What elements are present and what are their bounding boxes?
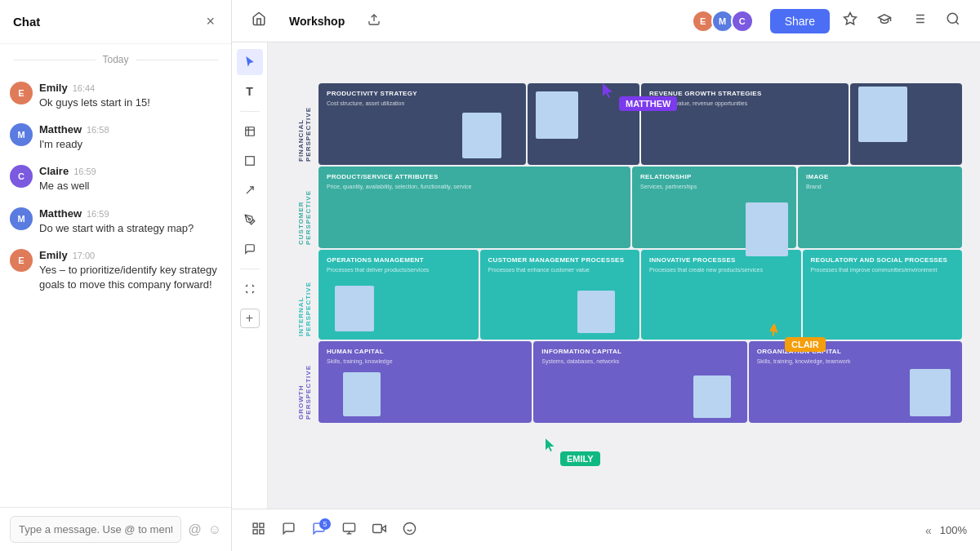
emoji-icon[interactable]: ☺ <box>208 522 221 537</box>
rect-tool[interactable] <box>237 148 263 174</box>
avatar: M <box>10 207 33 230</box>
customer-label: CUSTOMER PERSPECTIVE <box>292 167 317 248</box>
customer-management-cell[interactable]: CUSTOMER MANAGEMENT PROCESSES Processes … <box>480 250 640 340</box>
information-capital-cell[interactable]: INFORMATION CAPITAL Systems, databases, … <box>533 341 746 423</box>
arrow-tool[interactable] <box>237 177 263 203</box>
sticky-note[interactable] <box>693 375 731 418</box>
cell-title: REGULATORY AND SOCIAL PROCESSES <box>811 256 955 264</box>
chat-input[interactable] <box>10 516 181 543</box>
avatar: M <box>10 123 33 146</box>
comment-button[interactable] <box>275 517 302 544</box>
internal-row: INTERNAL PERSPECTIVE OPERATIONS MANAGEME… <box>292 250 962 340</box>
comment-tool[interactable] <box>237 236 263 262</box>
message-text: Me as well <box>39 179 221 193</box>
text-tool[interactable]: T <box>237 78 263 104</box>
avatar: E <box>10 82 33 104</box>
share-button[interactable]: Share <box>770 9 830 33</box>
toolbar-divider-2 <box>240 269 260 269</box>
cell-subtitle: Brand <box>806 183 954 190</box>
svg-point-25 <box>403 522 415 534</box>
share-screen-button[interactable] <box>336 517 363 544</box>
workshop-tab[interactable]: Workshop <box>279 10 354 33</box>
search-button[interactable] <box>939 7 967 35</box>
pen-tool[interactable] <box>237 207 263 233</box>
emily-cursor-label: EMILY <box>560 451 600 466</box>
chat-input-area: @ ☺ <box>0 507 231 551</box>
svg-rect-10 <box>245 127 254 136</box>
innovative-processes-cell[interactable]: INNOVATIVE PROCESSES Processes that crea… <box>641 250 801 340</box>
sticky-note[interactable] <box>910 369 951 416</box>
mention-icon[interactable]: @ <box>188 522 201 537</box>
sender-name: Emily <box>39 249 68 261</box>
organization-capital-cell[interactable]: ORGANIZATION CAPITAL Skills, training, k… <box>749 341 962 423</box>
relationship-cell[interactable]: RELATIONSHIP Services, partnerships <box>632 167 796 248</box>
message-time: 17:00 <box>73 251 96 260</box>
sticky-note[interactable] <box>343 372 381 416</box>
avatar: E <box>10 249 33 272</box>
cell-title: INFORMATION CAPITAL <box>541 348 738 355</box>
message-text: Ok guys lets start in 15! <box>39 96 221 110</box>
sticky-note[interactable] <box>746 202 788 256</box>
cell-title: INNOVATIVE PROCESSES <box>649 256 793 264</box>
chat-badge: 5 <box>319 518 331 530</box>
collapse-button[interactable]: « <box>920 521 937 540</box>
chat-message: M Matthew 16:59 Do we start with a strat… <box>0 201 231 242</box>
left-toolbar: T + <box>232 42 268 509</box>
cell-title: REVENUE GROWTH STRATEGIES <box>649 90 840 97</box>
cell-title: ORGANIZATION CAPITAL <box>757 348 954 355</box>
select-tool[interactable] <box>237 49 263 75</box>
video-button[interactable] <box>366 517 393 544</box>
cell-subtitle: Skills, training, knowledge <box>327 358 523 365</box>
sender-name: Emily <box>39 82 68 94</box>
svg-marker-1 <box>844 13 857 24</box>
message-text: I'm ready <box>39 137 221 152</box>
cell-title: IMAGE <box>806 173 954 180</box>
sticky-note[interactable] <box>462 113 501 158</box>
operations-cell[interactable]: OPERATIONS MANAGEMENT Processes that del… <box>318 250 479 340</box>
growth-cells: HUMAN CAPITAL Skills, training, knowledg… <box>318 341 962 423</box>
cell-subtitle: Systems, databases, networks <box>541 358 738 365</box>
shapes-button[interactable] <box>836 7 864 35</box>
svg-rect-18 <box>253 529 257 533</box>
avatar: C <box>10 165 33 188</box>
cell-title: PRODUCTIVITY STRATEGY <box>327 90 518 97</box>
upload-button[interactable] <box>361 8 387 34</box>
productivity-strategy-cell[interactable]: PRODUCTIVITY STRATEGY Cost structure, as… <box>318 83 526 165</box>
cell-title: OPERATIONS MANAGEMENT <box>327 256 470 264</box>
message-meta: Emily 17:00 <box>39 249 221 261</box>
chat-button[interactable]: 5 <box>305 517 332 544</box>
cell-subtitle: Processes that deliver products/services <box>327 266 470 273</box>
financial-right-cell[interactable] <box>850 83 962 165</box>
internal-label: INTERNAL PERSPECTIVE <box>292 250 317 340</box>
sticky-note[interactable] <box>858 87 907 142</box>
chat-message: E Emily 16:44 Ok guys lets start in 15! <box>0 75 231 117</box>
financial-middle-cell[interactable] <box>528 83 639 165</box>
product-service-cell[interactable]: PRODUCT/SERVICE ATTRIBUTES Price, quanti… <box>318 167 630 248</box>
financial-cells: PRODUCTIVITY STRATEGY Cost structure, as… <box>318 83 962 165</box>
customer-cells: PRODUCT/SERVICE ATTRIBUTES Price, quanti… <box>318 167 962 248</box>
chat-message: M Matthew 16:58 I'm ready <box>0 117 231 158</box>
regulatory-cell[interactable]: REGULATORY AND SOCIAL PROCESSES Processe… <box>803 250 963 340</box>
settings-button[interactable] <box>905 7 933 35</box>
bottom-toolbar: 5 « 100% <box>232 509 980 551</box>
image-cell[interactable]: IMAGE Brand <box>798 167 962 248</box>
home-button[interactable] <box>245 7 273 35</box>
reactions-button[interactable] <box>396 517 423 544</box>
message-text: Do we start with a strategy map? <box>39 221 221 236</box>
human-capital-cell[interactable]: HUMAN CAPITAL Skills, training, knowledg… <box>318 341 532 423</box>
chat-close-button[interactable]: × <box>203 11 218 32</box>
strategy-map: FINANCIAL PERSPECTIVE PRODUCTIVITY STRAT… <box>292 83 962 423</box>
grid-button[interactable] <box>245 517 272 544</box>
crop-tool[interactable] <box>237 276 263 302</box>
svg-point-8 <box>947 13 957 23</box>
cell-title: PRODUCT/SERVICE ATTRIBUTES <box>327 173 622 180</box>
canvas-content[interactable]: FINANCIAL PERSPECTIVE PRODUCTIVITY STRAT… <box>268 42 980 509</box>
sticky-note[interactable] <box>577 291 615 333</box>
sticky-note[interactable] <box>335 286 374 331</box>
revenue-growth-cell[interactable]: REVENUE GROWTH STRATEGIES Customer value… <box>641 83 849 165</box>
cap-button[interactable] <box>871 7 898 35</box>
svg-rect-19 <box>260 529 264 533</box>
sticky-note[interactable] <box>536 91 578 139</box>
add-tool[interactable]: + <box>240 309 260 328</box>
frame-tool[interactable] <box>237 118 263 144</box>
